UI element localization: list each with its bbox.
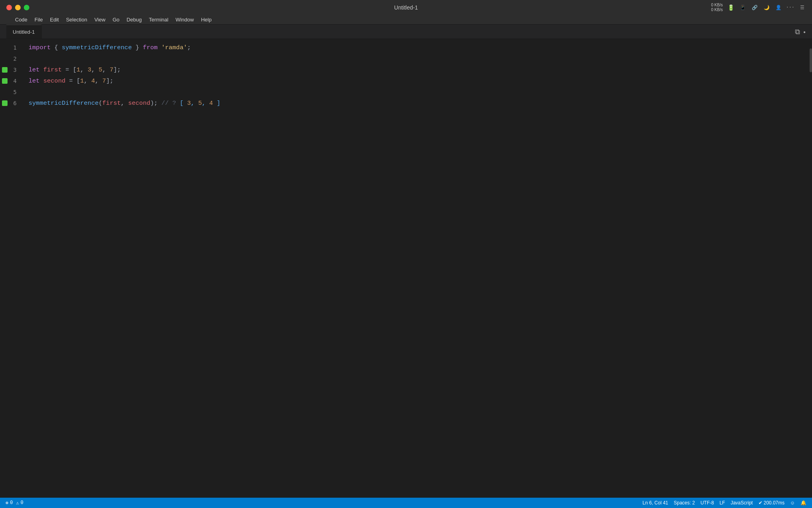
titlebar: Untitled-1 0 KB/s 0 KB/s 🔋 📱 🔗 🌙 👤 ··· ☰: [0, 0, 812, 15]
breakpoint-dot-6: [2, 100, 8, 106]
user-icon: 👤: [775, 4, 782, 11]
titlebar-left: [6, 5, 86, 10]
punct-brace-close: }: [132, 42, 143, 53]
paren-open: (: [99, 98, 102, 109]
traffic-lights: [6, 5, 29, 10]
menubar-window[interactable]: Window: [172, 16, 197, 23]
line-number-3: 3: [9, 67, 20, 73]
maximize-button[interactable]: [24, 5, 29, 10]
warning-number: 0: [21, 500, 23, 506]
line-row-4: 4: [0, 75, 24, 87]
bracket-close-1: ];: [113, 64, 121, 75]
line-ending[interactable]: LF: [720, 500, 725, 506]
breakpoint-6[interactable]: [1, 99, 9, 107]
breakpoint-4[interactable]: [1, 77, 9, 85]
breakpoint-dot-3: [2, 67, 8, 73]
bracket-close-2: ];: [106, 75, 113, 87]
breakpoint-dot-4: [2, 78, 8, 84]
num-3: 3: [88, 64, 91, 75]
battery-icon: 🔋: [728, 4, 734, 11]
editor-container: Untitled-1 ⧉ ● 1 2 3: [0, 25, 812, 498]
line-gutter: 1 2 3 4: [0, 39, 24, 498]
comment-num-3: 3: [187, 98, 191, 109]
arg-second: second: [128, 98, 150, 109]
keyword-let-1: let: [29, 64, 40, 75]
comma-1: ,: [80, 64, 88, 75]
arg-first: first: [102, 98, 121, 109]
line-row-2: 2: [0, 53, 24, 64]
num-7b: 7: [102, 75, 106, 87]
var-second: second: [43, 75, 65, 87]
line-row-3: 3: [0, 64, 24, 75]
line-number-4: 4: [9, 78, 20, 84]
semicolon-1: ;: [187, 42, 191, 53]
comment-comma-2: ,: [202, 98, 209, 109]
tab-untitled-1[interactable]: Untitled-1: [6, 25, 42, 38]
breakpoint-1[interactable]: [1, 44, 9, 52]
window-title: Untitled-1: [394, 4, 418, 11]
menubar-selection[interactable]: Selection: [63, 16, 90, 23]
menubar-debug[interactable]: Debug: [123, 16, 145, 23]
close-button[interactable]: [6, 5, 12, 10]
code-area[interactable]: import { symmetricDifference } from 'ram…: [24, 39, 806, 498]
line-number-6: 6: [9, 100, 20, 106]
num-4: 4: [91, 75, 95, 87]
moon-icon: 🌙: [763, 4, 770, 11]
comment-slash: //: [161, 98, 172, 109]
editor-main[interactable]: 1 2 3 4: [0, 39, 812, 498]
split-editor-icon[interactable]: ⧉: [795, 28, 800, 36]
line-number-5: 5: [9, 89, 20, 95]
comment-bracket-open: [: [180, 98, 187, 109]
menubar-go[interactable]: Go: [109, 16, 123, 23]
bell-icon[interactable]: 🔔: [801, 500, 806, 506]
indentation[interactable]: Spaces: 2: [674, 500, 695, 506]
more-icon: ···: [787, 4, 794, 11]
line-row-5: 5: [0, 87, 24, 98]
num-7a: 7: [110, 64, 113, 75]
network-info: 0 KB/s 0 KB/s: [711, 3, 723, 12]
num-1a: 1: [77, 64, 80, 75]
menubar-code[interactable]: Code: [12, 16, 31, 23]
menubar: Code File Edit Selection View Go Debug T…: [0, 15, 812, 25]
file-encoding[interactable]: UTF-8: [701, 500, 714, 506]
language-mode[interactable]: JavaScript: [731, 500, 753, 506]
scrollbar-thumb[interactable]: [810, 48, 812, 72]
error-number: 0: [10, 500, 13, 506]
comma-2: ,: [91, 64, 99, 75]
phone-icon: 📱: [739, 4, 746, 11]
comment-comma-1: ,: [191, 98, 198, 109]
equals-2: = [: [65, 75, 80, 87]
code-line-4: let second = [ 1 , 4 , 7 ];: [29, 75, 806, 87]
num-1b: 1: [80, 75, 84, 87]
error-icon: ⊗: [6, 500, 8, 506]
menubar-file[interactable]: File: [31, 16, 46, 23]
var-first: first: [43, 64, 62, 75]
breakpoint-2[interactable]: [1, 55, 9, 63]
vertical-scrollbar[interactable]: [806, 39, 812, 498]
code-line-3: let first = [ 1 , 3 , 5 , 7 ];: [29, 64, 806, 75]
tab-bar-left: Untitled-1: [6, 25, 42, 38]
apple-menu[interactable]: [3, 19, 10, 21]
code-line-2: [29, 53, 806, 64]
statusbar-left: ⊗ 0 ⚠ 0: [6, 500, 23, 506]
line-number-2: 2: [9, 56, 20, 62]
breakpoint-3[interactable]: [1, 66, 9, 74]
menubar-edit[interactable]: Edit: [47, 16, 62, 23]
code-line-5: [29, 87, 806, 98]
comment-bracket-close: ]: [213, 98, 220, 109]
statusbar-right: Ln 6, Col 41 Spaces: 2 UTF-8 LF JavaScri…: [643, 500, 806, 506]
menubar-terminal[interactable]: Terminal: [146, 16, 172, 23]
punct-space: {: [51, 42, 62, 53]
keyword-import: import: [29, 42, 51, 53]
minimize-button[interactable]: [15, 5, 21, 10]
smiley-icon[interactable]: ☺: [790, 500, 795, 506]
menubar-view[interactable]: View: [91, 16, 109, 23]
keyword-let-2: let: [29, 75, 40, 87]
code-line-6: symmetricDifference ( first , second ); …: [29, 98, 806, 109]
dot-icon: ●: [803, 30, 806, 35]
breakpoint-5[interactable]: [1, 88, 9, 96]
menubar-help[interactable]: Help: [198, 16, 215, 23]
error-count[interactable]: ⊗ 0 ⚠ 0: [6, 500, 23, 506]
statusbar: ⊗ 0 ⚠ 0 Ln 6, Col 41 Spaces: 2 UTF-8 LF …: [0, 498, 812, 508]
cursor-position[interactable]: Ln 6, Col 41: [643, 500, 668, 506]
